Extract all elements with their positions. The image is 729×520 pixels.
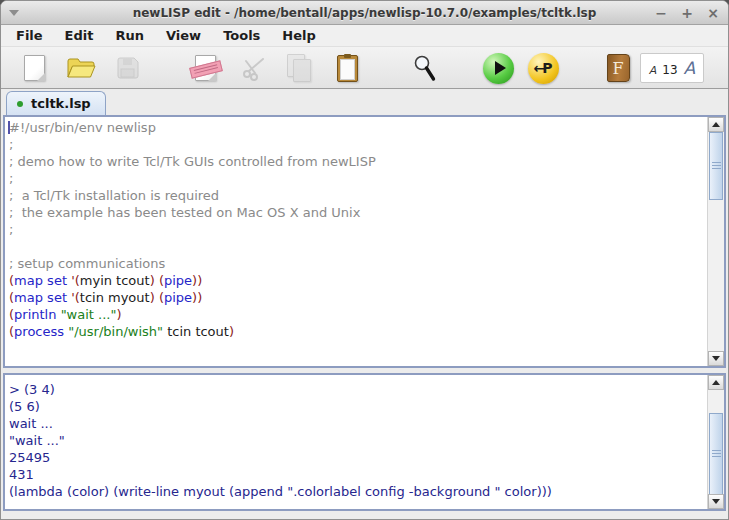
debug-button[interactable]: ←P bbox=[525, 50, 561, 86]
code-line: ; bbox=[9, 136, 707, 153]
paste-clipboard-icon bbox=[337, 55, 358, 82]
cut-button[interactable] bbox=[236, 50, 272, 86]
menu-edit[interactable]: Edit bbox=[54, 26, 105, 46]
search-icon bbox=[412, 54, 439, 83]
font-book-icon: F bbox=[607, 54, 630, 82]
tab-strip: tcltk.lsp bbox=[1, 89, 728, 115]
font-size-box: A 13 A bbox=[640, 53, 704, 83]
code-line: (map set '(myin tcout) (pipe)) bbox=[9, 272, 707, 289]
window-menu-icon bbox=[9, 10, 19, 16]
console-scrollbar[interactable] bbox=[707, 375, 724, 509]
run-play-icon bbox=[483, 53, 514, 84]
window-bottom-border bbox=[1, 511, 728, 520]
scroll-down-button[interactable] bbox=[708, 494, 724, 509]
console-scroll-thumb[interactable] bbox=[709, 413, 723, 495]
code-line: ; setup communications bbox=[9, 255, 707, 272]
menu-tools[interactable]: Tools bbox=[212, 26, 271, 46]
clear-text-button[interactable] bbox=[187, 50, 223, 86]
console-text-area[interactable]: > (3 4)(5 6)wait ..."wait ..."25495431(l… bbox=[5, 375, 707, 509]
code-line: ; a Tcl/Tk installation is required bbox=[9, 187, 707, 204]
scroll-up-button[interactable] bbox=[708, 375, 724, 390]
code-line: (process "/usr/bin/wish" tcin tcout) bbox=[9, 323, 707, 340]
new-file-button[interactable] bbox=[16, 50, 52, 86]
menu-help[interactable]: Help bbox=[271, 26, 326, 46]
maximize-button[interactable]: + bbox=[678, 4, 696, 22]
scissors-icon bbox=[241, 55, 267, 81]
code-line: wait ... bbox=[9, 415, 707, 432]
text-caret bbox=[8, 121, 10, 134]
run-button[interactable] bbox=[480, 50, 516, 86]
new-file-icon bbox=[24, 55, 45, 81]
font-size-large-a[interactable]: A bbox=[684, 58, 696, 78]
scroll-up-button[interactable] bbox=[708, 117, 724, 132]
editor-pane: #!/usr/bin/env newlisp;; demo how to wri… bbox=[3, 115, 726, 368]
font-size-value: 13 bbox=[662, 63, 677, 77]
code-line: ; the example has been tested on Mac OS … bbox=[9, 204, 707, 221]
minimize-button[interactable]: − bbox=[652, 4, 670, 22]
open-folder-icon bbox=[66, 55, 96, 81]
code-line: (5 6) bbox=[9, 398, 707, 415]
code-line: (println "wait ...") bbox=[9, 306, 707, 323]
font-size-small-a[interactable]: A bbox=[649, 64, 657, 77]
clear-text-icon bbox=[195, 55, 216, 81]
open-file-button[interactable] bbox=[63, 50, 99, 86]
font-button[interactable]: F bbox=[600, 50, 636, 86]
tab-label: tcltk.lsp bbox=[31, 96, 91, 111]
menubar: File Edit Run View Tools Help bbox=[1, 25, 728, 47]
window-controls: − + × bbox=[652, 1, 722, 24]
app-window: newLISP edit - /home/bentall/apps/newlis… bbox=[0, 0, 729, 520]
code-line: #!/usr/bin/env newlisp bbox=[9, 119, 707, 136]
console-pane: > (3 4)(5 6)wait ..."wait ..."25495431(l… bbox=[3, 373, 726, 511]
code-line: ; bbox=[9, 221, 707, 238]
save-floppy-icon bbox=[115, 55, 141, 81]
copy-button[interactable] bbox=[281, 50, 317, 86]
code-line: 25495 bbox=[9, 449, 707, 466]
menu-run[interactable]: Run bbox=[104, 26, 155, 46]
editor-scroll-thumb[interactable] bbox=[709, 132, 723, 200]
menu-view[interactable]: View bbox=[155, 26, 212, 46]
code-line: ; demo how to write Tcl/Tk GUIs controll… bbox=[9, 153, 707, 170]
code-line bbox=[9, 238, 707, 255]
tab-tcltk[interactable]: tcltk.lsp bbox=[6, 91, 106, 115]
copy-pages-icon bbox=[287, 54, 311, 82]
code-line: ; bbox=[9, 170, 707, 187]
font-size-control[interactable]: A 13 A bbox=[645, 50, 699, 86]
toolbar: ←P F A 13 A bbox=[1, 47, 728, 89]
save-file-button[interactable] bbox=[110, 50, 146, 86]
menu-file[interactable]: File bbox=[5, 26, 54, 46]
paste-button[interactable] bbox=[329, 50, 365, 86]
tab-modified-dot-icon bbox=[17, 101, 23, 107]
code-line: (lambda (color) (write-line myout (appen… bbox=[9, 483, 707, 500]
find-button[interactable] bbox=[407, 50, 443, 86]
window-menu-button[interactable] bbox=[9, 1, 19, 24]
titlebar: newLISP edit - /home/bentall/apps/newlis… bbox=[1, 1, 728, 25]
debug-icon: ←P bbox=[528, 53, 559, 84]
close-button[interactable]: × bbox=[704, 4, 722, 22]
scroll-down-button[interactable] bbox=[708, 351, 724, 366]
code-line: > (3 4) bbox=[9, 381, 707, 398]
editor-scrollbar[interactable] bbox=[707, 117, 724, 366]
window-title: newLISP edit - /home/bentall/apps/newlis… bbox=[1, 6, 728, 20]
code-line: "wait ..." bbox=[9, 432, 707, 449]
code-line: 431 bbox=[9, 466, 707, 483]
code-line: (map set '(tcin myout) (pipe)) bbox=[9, 289, 707, 306]
editor-text-area[interactable]: #!/usr/bin/env newlisp;; demo how to wri… bbox=[5, 117, 707, 366]
